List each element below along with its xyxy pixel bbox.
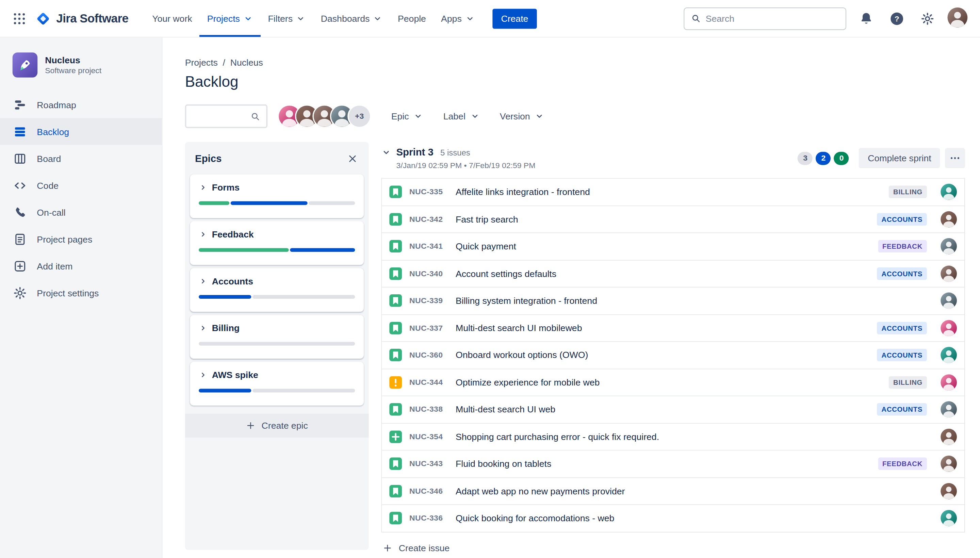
- backlog-search-input[interactable]: [193, 111, 246, 121]
- user-avatar[interactable]: [941, 293, 957, 309]
- sidebar-nav: RoadmapBacklogBoardCodeOn-callProject pa…: [0, 91, 162, 306]
- backlog-toolbar: +3 EpicLabelVersion: [185, 105, 965, 128]
- issue-row-nuc-344[interactable]: NUC-344Optimize experience for mobile we…: [382, 369, 964, 396]
- user-avatar[interactable]: [947, 7, 967, 27]
- user-avatar[interactable]: [941, 320, 957, 336]
- nav-item-dashboards[interactable]: Dashboards: [314, 0, 390, 37]
- issue-key: NUC-340: [409, 269, 448, 278]
- chevron-down-icon: [465, 13, 475, 23]
- sidebar-item-roadmap[interactable]: Roadmap: [0, 91, 162, 118]
- issue-summary: Billing system integration - frontend: [456, 296, 927, 305]
- jira-logo[interactable]: Jira Software: [35, 10, 128, 26]
- issue-row-nuc-338[interactable]: NUC-338Multi-dest search UI webACCOUNTS: [382, 396, 964, 423]
- user-avatar[interactable]: [941, 374, 957, 391]
- sidebar-item-add-item[interactable]: Add item: [0, 253, 162, 279]
- notifications-icon[interactable]: [855, 8, 877, 29]
- story-issue-type-icon: [389, 403, 402, 416]
- issue-row-nuc-336[interactable]: NUC-336Quick booking for accomodations -…: [382, 505, 964, 532]
- chevron-down-icon: [470, 111, 480, 121]
- close-epics-panel-icon[interactable]: [343, 149, 363, 169]
- issue-label-badge: BILLING: [889, 186, 927, 199]
- sidebar-item-project-settings[interactable]: Project settings: [0, 279, 162, 306]
- sidebar-item-project-pages[interactable]: Project pages: [0, 226, 162, 253]
- complete-sprint-button[interactable]: Complete sprint: [859, 148, 940, 168]
- primary-nav: Your workProjectsFiltersDashboardsPeople…: [144, 0, 482, 37]
- user-avatar[interactable]: [941, 184, 957, 200]
- user-avatar[interactable]: [941, 238, 957, 254]
- backlog-search[interactable]: [185, 105, 268, 128]
- story-issue-type-icon: [389, 295, 402, 307]
- sprint-dates: 3/Jan/19 02:59 PM • 7/Feb/19 02:59 PM: [396, 161, 535, 170]
- epic-card-aws-spike[interactable]: AWS spike: [190, 362, 364, 405]
- issue-row-nuc-339[interactable]: NUC-339Billing system integration - fron…: [382, 287, 964, 315]
- user-avatar[interactable]: [941, 347, 957, 363]
- user-avatar[interactable]: [941, 429, 957, 445]
- story-issue-type-icon: [389, 240, 402, 253]
- settings-gear-icon[interactable]: [917, 8, 938, 29]
- nav-item-projects[interactable]: Projects: [200, 0, 261, 37]
- issue-label-badge: ACCOUNTS: [877, 349, 927, 361]
- user-avatar[interactable]: [941, 510, 957, 526]
- epic-card-accounts[interactable]: Accounts: [190, 268, 364, 312]
- issue-row-nuc-343[interactable]: NUC-343Fluid booking on tabletsFEEDBACK: [382, 450, 964, 478]
- issue-key: NUC-360: [409, 351, 448, 359]
- epic-progress-segment: [199, 201, 229, 205]
- plus-icon: [382, 543, 392, 553]
- user-avatar[interactable]: [941, 483, 957, 499]
- issue-row-nuc-354[interactable]: NUC-354Shopping cart purchasing error - …: [382, 423, 964, 450]
- issue-row-nuc-337[interactable]: NUC-337Multi-dest search UI mobilewebACC…: [382, 315, 964, 342]
- global-search[interactable]: [684, 7, 846, 30]
- global-search-input[interactable]: [706, 13, 839, 23]
- nav-item-label: Your work: [152, 13, 192, 23]
- breadcrumb-projects[interactable]: Projects: [185, 57, 218, 67]
- board-icon: [13, 151, 28, 166]
- issue-row-nuc-346[interactable]: NUC-346Adapt web app no new payments pro…: [382, 478, 964, 505]
- sidebar-item-label: Board: [37, 153, 61, 163]
- issue-label-badge: FEEDBACK: [878, 458, 927, 470]
- story-issue-type-icon: [389, 512, 402, 525]
- issue-row-nuc-341[interactable]: NUC-341Quick paymentFEEDBACK: [382, 233, 964, 260]
- sidebar-item-board[interactable]: Board: [0, 145, 162, 172]
- sprint-more-actions-icon[interactable]: [945, 148, 965, 168]
- epic-card-feedback[interactable]: Feedback: [190, 221, 364, 265]
- user-avatar[interactable]: [941, 211, 957, 227]
- sidebar-item-backlog[interactable]: Backlog: [0, 118, 162, 145]
- epic-card-billing[interactable]: Billing: [190, 315, 364, 359]
- nav-item-people[interactable]: People: [390, 0, 433, 37]
- sidebar-item-code[interactable]: Code: [0, 172, 162, 199]
- issue-row-nuc-340[interactable]: NUC-340Account settings defaultsACCOUNTS: [382, 260, 964, 287]
- filter-dropdown-label[interactable]: Label: [437, 106, 486, 126]
- dropdown-label: Version: [500, 111, 530, 121]
- jira-backlog-app: Jira Software Your workProjectsFiltersDa…: [0, 0, 980, 558]
- issue-summary: Affelite links integration - frontend: [456, 187, 882, 197]
- filter-dropdown-version[interactable]: Version: [493, 106, 551, 126]
- collapse-sprint-chevron-icon[interactable]: [381, 147, 391, 157]
- nav-item-your-work[interactable]: Your work: [144, 0, 200, 37]
- create-issue-button[interactable]: Create issue: [381, 540, 451, 555]
- search-icon: [250, 111, 261, 121]
- user-avatar[interactable]: [941, 402, 957, 418]
- nav-item-apps[interactable]: Apps: [433, 0, 482, 37]
- help-icon[interactable]: ?: [886, 8, 907, 29]
- grid-dots-icon: [12, 11, 27, 26]
- nav-item-filters[interactable]: Filters: [261, 0, 314, 37]
- issue-key: NUC-339: [409, 296, 448, 305]
- epic-progress-segment: [199, 295, 251, 299]
- issue-row-nuc-342[interactable]: NUC-342Fast trip searchACCOUNTS: [382, 206, 964, 233]
- avatar-overflow-badge[interactable]: +3: [349, 105, 370, 126]
- issue-row-nuc-335[interactable]: NUC-335Affelite links integration - fron…: [382, 179, 964, 206]
- filter-dropdown-epic[interactable]: Epic: [385, 106, 429, 126]
- current-user-avatar-slot: [947, 7, 967, 30]
- issue-key: NUC-343: [409, 460, 448, 468]
- user-avatar[interactable]: [941, 265, 957, 282]
- breadcrumb-nucleus[interactable]: Nucleus: [230, 57, 263, 67]
- issue-summary: Quick payment: [456, 241, 870, 251]
- app-switcher-icon[interactable]: [9, 8, 30, 29]
- user-avatar[interactable]: [941, 456, 957, 472]
- create-epic-button[interactable]: Create epic: [185, 414, 369, 438]
- issue-row-nuc-360[interactable]: NUC-360Onboard workout options (OWO)ACCO…: [382, 342, 964, 369]
- epic-progress-bar: [199, 389, 355, 392]
- create-button[interactable]: Create: [492, 8, 537, 29]
- epic-card-forms[interactable]: Forms: [190, 174, 364, 218]
- sidebar-item-on-call[interactable]: On-call: [0, 199, 162, 226]
